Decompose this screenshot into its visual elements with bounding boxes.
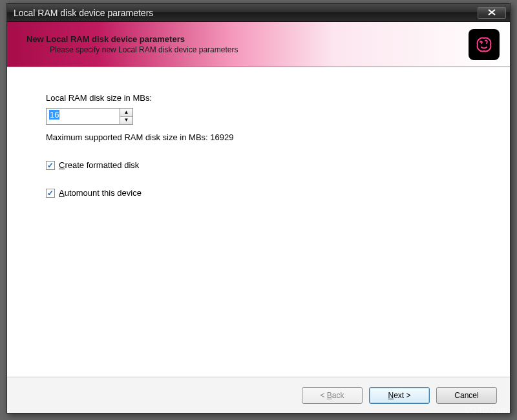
chevron-down-icon: ▼ <box>124 118 129 123</box>
wizard-header: New Local RAM disk device parameters Ple… <box>7 22 510 67</box>
cancel-button[interactable]: Cancel <box>436 387 497 404</box>
automount-label[interactable]: Automount this device <box>59 188 142 198</box>
automount-checkbox[interactable]: ✓ <box>46 189 55 198</box>
titlebar[interactable]: Local RAM disk device parameters <box>7 4 510 22</box>
wizard-header-text: New Local RAM disk device parameters Ple… <box>26 34 469 54</box>
wizard-window: Local RAM disk device parameters New Loc… <box>6 3 511 414</box>
back-button[interactable]: < Back <box>302 387 363 404</box>
create-formatted-row: ✓ Create formatted disk <box>46 160 471 170</box>
window-title: Local RAM disk device parameters <box>14 8 478 18</box>
create-formatted-label[interactable]: Create formatted disk <box>59 160 139 170</box>
wizard-header-title: New Local RAM disk device parameters <box>26 34 469 44</box>
spinner-down-button[interactable]: ▼ <box>120 117 132 125</box>
close-icon <box>488 8 496 17</box>
wizard-header-subtitle: Please specify new Local RAM disk device… <box>26 45 469 54</box>
automount-row: ✓ Automount this device <box>46 188 471 198</box>
size-input[interactable]: 16 <box>46 108 120 125</box>
spinner-up-button[interactable]: ▲ <box>120 109 132 117</box>
wizard-content: Local RAM disk size in MBs: 16 ▲ ▼ Maxim… <box>7 67 510 377</box>
create-formatted-checkbox[interactable]: ✓ <box>46 161 55 170</box>
checkmark-icon: ✓ <box>47 189 54 197</box>
spinner-buttons: ▲ ▼ <box>120 108 133 125</box>
size-spinner: 16 ▲ ▼ <box>46 108 471 125</box>
chevron-up-icon: ▲ <box>124 110 129 115</box>
checkmark-icon: ✓ <box>47 162 54 169</box>
next-button[interactable]: Next > <box>369 387 430 404</box>
size-label: Local RAM disk size in MBs: <box>46 93 471 103</box>
max-size-text: Maximum supported RAM disk size in MBs: … <box>46 132 471 142</box>
size-input-value: 16 <box>49 110 59 120</box>
close-button[interactable] <box>478 7 506 19</box>
brain-icon <box>469 29 500 60</box>
wizard-footer: < Back Next > Cancel <box>7 377 510 413</box>
